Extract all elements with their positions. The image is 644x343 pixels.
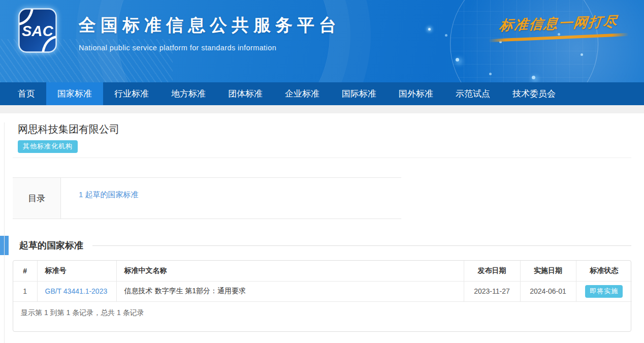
col-header-publish-date: 发布日期 bbox=[464, 261, 520, 281]
directory-link-drafted-standards[interactable]: 1 起草的国家标准 bbox=[79, 190, 139, 199]
col-header-name-cn: 标准中文名称 bbox=[116, 261, 464, 281]
site-subtitle: National public service platform for sta… bbox=[79, 44, 341, 52]
site-title: 全国标准信息公共服务平台 bbox=[79, 14, 341, 37]
site-title-block: 全国标准信息公共服务平台 National public service pla… bbox=[79, 14, 341, 52]
directory-links: 1 起草的国家标准 bbox=[61, 178, 139, 219]
org-type-badge: 其他标准化机构 bbox=[18, 140, 78, 153]
table-row: 1 GB/T 43441.1-2023 信息技术 数字孪生 第1部分：通用要求 … bbox=[13, 281, 632, 301]
sac-logo-icon: SAC bbox=[18, 7, 57, 54]
nav-tab-local-standards[interactable]: 地方标准 bbox=[160, 82, 217, 105]
nav-tab-enterprise-standards[interactable]: 企业标准 bbox=[274, 82, 331, 105]
site-banner: SAC 全国标准信息公共服务平台 National public service… bbox=[0, 0, 644, 82]
nav-tab-foreign-standards[interactable]: 国外标准 bbox=[388, 82, 444, 105]
col-header-status: 标准状态 bbox=[576, 261, 632, 281]
section-title: 起草的国家标准 bbox=[19, 239, 83, 252]
content-area: 网思科技集团有限公司 其他标准化机构 目录 1 起草的国家标准 起草的国家标准 … bbox=[0, 122, 644, 343]
standards-table-container: # 标准号 标准中文名称 发布日期 实施日期 标准状态 1 GB/T 43441… bbox=[13, 260, 631, 332]
glow-dots-decoration bbox=[428, 28, 431, 30]
content-left-border bbox=[4, 122, 5, 343]
status-badge: 即将实施 bbox=[585, 285, 623, 298]
col-header-implement-date: 实施日期 bbox=[520, 261, 576, 281]
main-nav: 首页 国家标准 行业标准 地方标准 团体标准 企业标准 国际标准 国外标准 示范… bbox=[0, 82, 644, 105]
banner-slogan: 标准信息一网打尽 bbox=[488, 14, 630, 39]
nav-tab-group-standards[interactable]: 团体标准 bbox=[217, 82, 274, 105]
nav-tab-home[interactable]: 首页 bbox=[7, 82, 46, 105]
sac-logo-text: SAC bbox=[22, 23, 54, 39]
nav-tab-national-standards[interactable]: 国家标准 bbox=[46, 82, 103, 105]
directory-panel: 目录 1 起草的国家标准 bbox=[13, 177, 401, 219]
publish-date: 2023-11-27 bbox=[464, 281, 520, 301]
table-header-row: # 标准号 标准中文名称 发布日期 实施日期 标准状态 bbox=[13, 261, 632, 281]
org-divider bbox=[13, 158, 631, 158]
standard-number-link[interactable]: GB/T 43441.1-2023 bbox=[45, 287, 108, 295]
standard-name-cn: 信息技术 数字孪生 第1部分：通用要求 bbox=[116, 281, 464, 301]
section-header: 起草的国家标准 bbox=[0, 236, 644, 255]
directory-label: 目录 bbox=[13, 178, 61, 219]
implement-date: 2024-06-01 bbox=[520, 281, 576, 301]
standards-table: # 标准号 标准中文名称 发布日期 实施日期 标准状态 1 GB/T 43441… bbox=[13, 261, 632, 302]
col-header-standard-no: 标准号 bbox=[37, 261, 116, 281]
record-summary: 显示第 1 到第 1 条记录，总共 1 条记录 bbox=[13, 302, 631, 331]
nav-tab-industry-standards[interactable]: 行业标准 bbox=[103, 82, 160, 105]
section-divider-line bbox=[92, 245, 631, 246]
col-header-index: # bbox=[13, 261, 37, 281]
nav-tab-technical-committees[interactable]: 技术委员会 bbox=[501, 82, 567, 105]
slogan-text: 标准信息一网打尽 bbox=[486, 12, 631, 35]
nav-tab-pilot-program[interactable]: 示范试点 bbox=[444, 82, 501, 105]
page-background-strip bbox=[0, 105, 644, 113]
nav-tab-international-standards[interactable]: 国际标准 bbox=[331, 82, 388, 105]
sac-logo[interactable]: SAC bbox=[18, 7, 57, 54]
row-index: 1 bbox=[13, 281, 37, 301]
org-name: 网思科技集团有限公司 bbox=[18, 122, 644, 136]
